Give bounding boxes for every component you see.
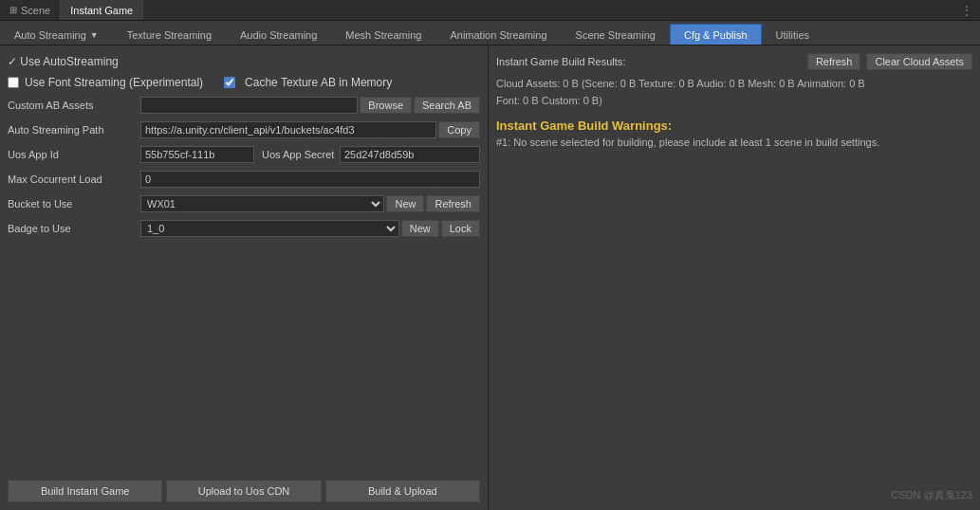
badge-to-use-label: Badge to Use [8, 223, 140, 234]
cloud-assets-line: Cloud Assets: 0 B (Scene: 0 B Texture: 0… [496, 76, 972, 93]
use-auto-streaming-label: ✓ Use AutoStreaming [8, 55, 119, 68]
max-concurrent-label: Max Cocurrent Load [8, 173, 140, 185]
tab-texture-streaming[interactable]: Texture Streaming [113, 24, 226, 45]
refresh-button[interactable]: Refresh [807, 53, 861, 70]
font-line: Font: 0 B Custom: 0 B) [496, 93, 972, 110]
upload-to-uos-cdn-button[interactable]: Upload to Uos CDN [166, 480, 321, 502]
copy-btn-group: Copy [438, 121, 480, 138]
tab-audio-streaming[interactable]: Audio Streaming [226, 24, 331, 45]
left-panel: ✓ Use AutoStreaming Use Font Streaming (… [0, 46, 489, 510]
dropdown-arrow-icon: ▼ [90, 30, 99, 40]
uos-credentials-row: Uos App Id Uos App Secret [8, 146, 480, 163]
badge-lock-button[interactable]: Lock [441, 220, 480, 237]
custom-ab-assets-input[interactable] [140, 97, 358, 114]
warning-1: #1: No scene selected for building, plea… [496, 137, 972, 148]
warnings-title: Instant Game Build Warnings: [496, 118, 972, 133]
bucket-to-use-label: Bucket to Use [8, 198, 140, 209]
badge-to-use-select[interactable]: 1_0 [140, 220, 399, 237]
badge-btn-group: New Lock [401, 220, 480, 237]
max-concurrent-input[interactable] [140, 171, 480, 188]
bucket-to-use-select[interactable]: WX01 [140, 195, 384, 212]
cache-texture-ab-label: Cache Texture AB in Memory [245, 76, 392, 89]
font-streaming-label: Use Font Streaming (Experimental) [25, 76, 203, 89]
watermark: CSDN @真鬼123 [891, 488, 972, 502]
tab-utilities[interactable]: Utilities [762, 24, 823, 45]
auto-streaming-path-label: Auto Streaming Path [8, 124, 140, 136]
bucket-new-button[interactable]: New [386, 195, 424, 212]
font-cache-row: Use Font Streaming (Experimental) Cache … [8, 74, 480, 91]
title-bar-menu-icon[interactable]: ⋮ [953, 4, 980, 17]
warnings-section: Instant Game Build Warnings: #1: No scen… [496, 118, 972, 148]
badge-new-button[interactable]: New [401, 220, 439, 237]
max-concurrent-row: Max Cocurrent Load [8, 171, 480, 188]
bucket-to-use-row: Bucket to Use WX01 New Refresh [8, 195, 480, 212]
uos-app-id-input[interactable] [140, 146, 254, 163]
uos-app-secret-input[interactable] [340, 146, 480, 163]
tab-auto-streaming[interactable]: Auto Streaming ▼ [0, 24, 113, 45]
clear-cloud-assets-button[interactable]: Clear Cloud Assets [866, 53, 972, 70]
custom-ab-assets-row: Custom AB Assets Browse Search AB [8, 97, 480, 114]
top-tabs: Auto Streaming ▼ Texture Streaming Audio… [0, 21, 980, 46]
search-ab-button[interactable]: Search AB [414, 97, 480, 114]
results-info: Cloud Assets: 0 B (Scene: 0 B Texture: 0… [496, 76, 972, 109]
main-content: ✓ Use AutoStreaming Use Font Streaming (… [0, 46, 980, 510]
tab-animation-streaming[interactable]: Animation Streaming [435, 24, 561, 45]
font-streaming-checkbox[interactable] [8, 77, 19, 88]
title-bar: ⊞ Scene Instant Game ⋮ [0, 0, 980, 21]
badge-to-use-row: Badge to Use 1_0 New Lock [8, 220, 480, 237]
tab-scene-streaming[interactable]: Scene Streaming [562, 24, 670, 45]
copy-button[interactable]: Copy [438, 121, 480, 138]
uos-app-secret-label: Uos App Secret [262, 149, 340, 160]
browse-button[interactable]: Browse [360, 97, 412, 114]
use-auto-streaming-row: ✓ Use AutoStreaming [8, 53, 480, 70]
custom-ab-btn-group: Browse Search AB [360, 97, 480, 114]
title-tab-instant-game[interactable]: Instant Game [61, 0, 143, 20]
cache-texture-ab-checkbox[interactable] [224, 77, 235, 88]
tab-cfg-publish[interactable]: Cfg & Publish [670, 24, 762, 45]
title-tab-scene[interactable]: ⊞ Scene [0, 0, 61, 20]
results-label: Instant Game Build Results: [496, 56, 802, 67]
build-upload-button[interactable]: Build & Upload [325, 480, 480, 502]
bucket-btn-group: New Refresh [386, 195, 480, 212]
tab-mesh-streaming[interactable]: Mesh Streaming [331, 24, 435, 45]
scene-icon: ⊞ [9, 5, 17, 15]
results-header: Instant Game Build Results: Refresh Clea… [496, 53, 972, 70]
auto-streaming-path-row: Auto Streaming Path Copy [8, 121, 480, 138]
right-panel: Instant Game Build Results: Refresh Clea… [489, 46, 980, 510]
bucket-refresh-button[interactable]: Refresh [426, 195, 480, 212]
build-instant-game-button[interactable]: Build Instant Game [8, 480, 162, 502]
uos-app-id-label: Uos App Id [8, 149, 140, 160]
custom-ab-assets-label: Custom AB Assets [8, 100, 140, 111]
auto-streaming-path-input[interactable] [140, 121, 436, 138]
bottom-buttons: Build Instant Game Upload to Uos CDN Bui… [8, 472, 480, 502]
